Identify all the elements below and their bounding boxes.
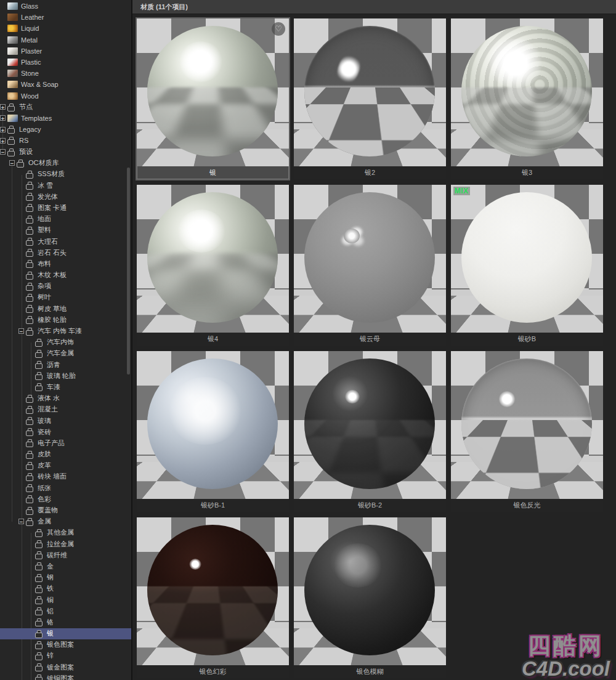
- tree-item[interactable]: Glass: [0, 1, 131, 12]
- tree-item[interactable]: − 预设: [0, 146, 131, 157]
- tree-item[interactable]: 皮肤: [0, 449, 131, 460]
- material-tile[interactable]: 银2: [294, 18, 446, 179]
- material-tile[interactable]: ♡ 银: [137, 18, 289, 179]
- tree-item[interactable]: 铝: [0, 605, 131, 617]
- expand-toggle-icon[interactable]: −: [18, 328, 24, 334]
- expand-toggle-icon[interactable]: +: [0, 104, 6, 110]
- tree-item[interactable]: − 汽车 内饰 车漆: [0, 325, 131, 336]
- tree-item[interactable]: 布料: [0, 258, 131, 269]
- tree-item[interactable]: 沥青: [0, 359, 131, 370]
- tree-item[interactable]: 玻璃 轮胎: [0, 370, 131, 381]
- tree-item[interactable]: 汽车内饰: [0, 337, 131, 348]
- tree-item[interactable]: 大理石: [0, 236, 131, 247]
- tree-item[interactable]: 液体 水: [0, 393, 131, 404]
- tree-item[interactable]: Plaster: [0, 46, 131, 57]
- tree-item[interactable]: 镀铜图案: [0, 673, 131, 680]
- jar-icon: [26, 226, 34, 235]
- tree-item[interactable]: Wood: [0, 91, 131, 102]
- tree-item[interactable]: 瓷砖: [0, 426, 131, 437]
- material-tile[interactable]: 银砂B-2: [294, 351, 446, 512]
- tree-item[interactable]: + 节点: [0, 102, 131, 113]
- tree-item[interactable]: 铬: [0, 617, 131, 628]
- favorite-heart-icon[interactable]: ♡: [272, 22, 285, 36]
- tree-item[interactable]: 覆盖物: [0, 504, 131, 516]
- tree-item[interactable]: 汽车金属: [0, 348, 131, 359]
- tree-item[interactable]: 铁: [0, 583, 131, 594]
- tree-item[interactable]: + RS: [0, 135, 131, 146]
- tree-item[interactable]: 纸张: [0, 482, 131, 493]
- tree-item[interactable]: 玻璃: [0, 415, 131, 426]
- tree-item[interactable]: Plastic: [0, 57, 131, 68]
- expand-toggle-icon[interactable]: −: [18, 519, 24, 524]
- tree-item[interactable]: 砖块 墙面: [0, 471, 131, 482]
- tree-item[interactable]: SSS材质: [0, 169, 131, 180]
- tree-item[interactable]: 电子产品: [0, 437, 131, 448]
- tree-item[interactable]: 锌: [0, 650, 131, 662]
- material-preview[interactable]: [451, 18, 603, 166]
- material-preview[interactable]: [137, 351, 289, 499]
- tree-item[interactable]: − 金属: [0, 516, 131, 527]
- expand-toggle-icon[interactable]: +: [0, 127, 6, 132]
- sidebar-scrollbar-thumb[interactable]: [127, 168, 130, 374]
- tree-item[interactable]: 地面: [0, 214, 131, 225]
- material-preview[interactable]: [451, 351, 603, 499]
- expand-toggle-icon[interactable]: +: [0, 138, 6, 144]
- material-tile[interactable]: 银砂B-1: [137, 351, 289, 512]
- tree-item[interactable]: 镀金图案: [0, 662, 131, 673]
- material-preview[interactable]: [294, 351, 446, 499]
- material-preview[interactable]: [294, 517, 446, 665]
- material-tile[interactable]: 银4: [137, 185, 289, 346]
- material-tile[interactable]: 银色幻彩: [137, 517, 289, 678]
- material-preview[interactable]: [294, 185, 446, 333]
- tree-item[interactable]: Liquid: [0, 23, 131, 34]
- tree-item[interactable]: 混凝土: [0, 404, 131, 415]
- tree-item[interactable]: 岩石 石头: [0, 247, 131, 258]
- material-preview[interactable]: MIX: [451, 185, 603, 333]
- tree-item[interactable]: 铜: [0, 594, 131, 605]
- sidebar-scrollbar-track[interactable]: [127, 0, 130, 680]
- tree-item[interactable]: − OC材质库: [0, 158, 131, 169]
- tree-item[interactable]: 图案 卡通: [0, 202, 131, 213]
- tree-item[interactable]: 碳纤维: [0, 549, 131, 561]
- material-preview[interactable]: [137, 517, 289, 665]
- tree-item[interactable]: 色彩: [0, 493, 131, 504]
- expand-toggle-icon[interactable]: −: [0, 149, 6, 155]
- tree-item-label: Plastic: [21, 59, 41, 66]
- jar-icon: [35, 663, 44, 671]
- tree-item[interactable]: + Templates: [0, 113, 131, 124]
- tree-item[interactable]: Metal: [0, 34, 131, 46]
- material-tile[interactable]: 银色反光: [451, 351, 603, 512]
- tree-item[interactable]: 拉丝金属: [0, 538, 131, 549]
- material-name-label: 银色幻彩: [137, 665, 289, 678]
- material-preview[interactable]: [294, 18, 446, 166]
- tree-item-label: 预设: [19, 147, 33, 156]
- tree-item[interactable]: 树叶: [0, 292, 131, 303]
- tree-item[interactable]: 塑料: [0, 225, 131, 236]
- material-tile[interactable]: 银云母: [294, 185, 446, 346]
- tree-item[interactable]: 皮革: [0, 460, 131, 471]
- material-tile[interactable]: MIX 银砂B: [451, 185, 603, 346]
- material-sphere: [147, 192, 278, 323]
- material-preview[interactable]: ♡: [137, 18, 289, 166]
- tree-item[interactable]: 车漆: [0, 381, 131, 392]
- material-tile[interactable]: 银3: [451, 18, 603, 179]
- tree-item[interactable]: + Legacy: [0, 124, 131, 135]
- material-tile[interactable]: 银色模糊: [294, 517, 446, 678]
- expand-toggle-icon[interactable]: +: [0, 115, 6, 121]
- tree-item[interactable]: Wax & Soap: [0, 79, 131, 90]
- tree-item[interactable]: 钢: [0, 572, 131, 583]
- material-preview[interactable]: [137, 185, 289, 333]
- tree-item[interactable]: 树皮 草地: [0, 303, 131, 314]
- tree-item[interactable]: 杂项: [0, 281, 131, 292]
- tree-item[interactable]: 银: [0, 628, 131, 639]
- tree-item[interactable]: 冰 雪: [0, 180, 131, 191]
- tree-item[interactable]: 银色图案: [0, 639, 131, 650]
- tree-item[interactable]: Stone: [0, 68, 131, 79]
- tree-item[interactable]: 其他金属: [0, 527, 131, 538]
- tree-item[interactable]: Leather: [0, 12, 131, 23]
- tree-item[interactable]: 木纹 木板: [0, 270, 131, 281]
- tree-item[interactable]: 金: [0, 561, 131, 572]
- tree-item[interactable]: 橡胶 轮胎: [0, 314, 131, 325]
- tree-item[interactable]: 发光体: [0, 191, 131, 202]
- expand-toggle-icon[interactable]: −: [9, 160, 15, 166]
